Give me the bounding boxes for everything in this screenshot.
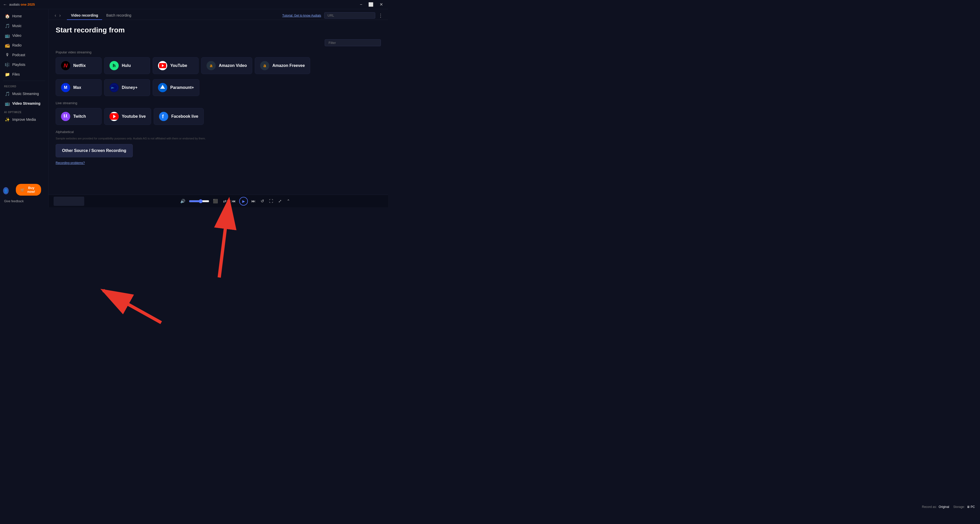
- sidebar-item-playlists[interactable]: 🎼 Playlists: [1, 60, 47, 70]
- top-nav: ‹ › Video recording Batch recording Tuto…: [48, 9, 388, 20]
- service-card-disney[interactable]: D+ Disney+: [104, 79, 150, 96]
- amazon-video-logo: a: [207, 61, 216, 70]
- volume-button[interactable]: 🔊: [179, 197, 187, 205]
- music-streaming-icon: 🎵: [5, 91, 10, 96]
- page-title: Start recording from: [56, 26, 381, 34]
- sidebar-item-radio[interactable]: 📻 Radio: [1, 40, 47, 50]
- service-card-youtube[interactable]: YouTube: [153, 57, 199, 74]
- mini-player: [54, 197, 84, 206]
- playback-controls: 🔊 ⬛ ⇄ ⏮ ▶ ⏭ ↺ ⛶ ⤢ ⌃: [87, 197, 383, 205]
- svg-rect-6: [62, 113, 69, 120]
- popular-services-grid-row2: M Max D+ Disney+: [56, 79, 381, 96]
- nav-back-button[interactable]: ‹: [54, 12, 57, 19]
- service-card-twitch[interactable]: Twitch: [56, 108, 102, 125]
- shuffle-button[interactable]: ⇄: [221, 197, 228, 205]
- improve-icon: ✨: [5, 117, 10, 122]
- service-card-netflix[interactable]: N Netflix: [56, 57, 102, 74]
- other-source-button[interactable]: Other Source / Screen Recording: [56, 144, 133, 157]
- app-title: audials one 2025: [9, 3, 35, 6]
- filter-input[interactable]: [325, 39, 381, 46]
- youtube-live-label: Youtube live: [122, 114, 146, 119]
- amazon-video-label: Amazon Video: [219, 63, 247, 68]
- sidebar-item-label: Home: [12, 14, 22, 18]
- nav-forward-button[interactable]: ›: [58, 12, 62, 19]
- nav-right: Tutorial: Get to know Audials ⋮: [282, 12, 383, 19]
- live-services-grid: Twitch Youtube live: [56, 108, 381, 125]
- service-card-amazon-video[interactable]: a Amazon Video: [201, 57, 252, 74]
- video-icon: 📺: [5, 33, 10, 38]
- screen-button[interactable]: ⛶: [267, 198, 275, 205]
- video-streaming-icon: 📺: [5, 101, 10, 106]
- sidebar-item-label: Playlists: [12, 62, 25, 67]
- music-icon: 🎵: [5, 24, 10, 28]
- close-button[interactable]: ✕: [377, 2, 385, 7]
- buy-icon: 🛒: [21, 188, 24, 192]
- service-card-amazon-freevee[interactable]: a Amazon Freevee: [255, 57, 310, 74]
- paramount-label: Paramount+: [170, 85, 194, 90]
- back-arrow-button[interactable]: ←: [3, 2, 7, 7]
- tab-batch-recording[interactable]: Batch recording: [102, 11, 135, 20]
- youtube-label: YouTube: [170, 63, 187, 68]
- volume-slider[interactable]: [189, 199, 209, 203]
- sidebar-item-video-streaming[interactable]: 📺 Video Streaming: [1, 99, 47, 108]
- tab-video-recording[interactable]: Video recording: [67, 11, 102, 20]
- youtube-logo: [158, 61, 167, 70]
- playlists-icon: 🎼: [5, 62, 10, 67]
- chevron-up-button[interactable]: ⌃: [285, 197, 291, 205]
- repeat-button[interactable]: ↺: [259, 197, 266, 205]
- give-feedback-link[interactable]: Give feedback: [0, 198, 28, 204]
- nav-tabs: Video recording Batch recording: [67, 11, 135, 20]
- record-section-label: RECORD: [0, 83, 48, 89]
- content-area: Start recording from Popular video strea…: [48, 20, 388, 194]
- service-card-paramount[interactable]: Paramount+: [153, 79, 199, 96]
- titlebar-left: ← audials one 2025: [3, 2, 35, 7]
- sidebar-item-label: Podcast: [12, 53, 25, 57]
- sidebar-item-improve-media[interactable]: ✨ Improve Media: [1, 115, 47, 124]
- disney-label: Disney+: [122, 85, 138, 90]
- sidebar-item-podcast[interactable]: 🎙 Podcast: [1, 50, 47, 60]
- svg-rect-7: [64, 115, 65, 117]
- recording-problems-link[interactable]: Recording problems?: [56, 161, 85, 165]
- minimize-button[interactable]: −: [358, 2, 364, 7]
- filter-row: [56, 39, 381, 46]
- buy-now-button[interactable]: 🛒 Buy now!: [16, 184, 41, 196]
- files-icon: 📁: [5, 72, 10, 76]
- alphabetical-section-label: Alphabetical: [56, 130, 381, 134]
- service-card-facebook-live[interactable]: f Facebook live: [154, 108, 204, 125]
- window-controls: − ⬜ ✕: [358, 2, 385, 7]
- tutorial-link[interactable]: Tutorial: Get to know Audials: [282, 14, 321, 18]
- service-card-hulu[interactable]: h Hulu: [104, 57, 150, 74]
- url-input[interactable]: [324, 12, 375, 19]
- service-card-youtube-live[interactable]: Youtube live: [104, 108, 151, 125]
- bottom-bar: 🔊 ⬛ ⇄ ⏮ ▶ ⏭ ↺ ⛶ ⤢ ⌃: [48, 194, 388, 207]
- sidebar-item-home[interactable]: 🏠 Home: [1, 11, 47, 21]
- facebook-logo: f: [159, 112, 168, 121]
- sidebar-item-files[interactable]: 📁 Files: [1, 70, 47, 79]
- prev-button[interactable]: ⏮: [230, 198, 237, 205]
- play-button[interactable]: ▶: [239, 197, 248, 205]
- expand-button[interactable]: ⤢: [277, 197, 283, 205]
- home-icon: 🏠: [5, 14, 10, 18]
- sidebar-item-music[interactable]: 🎵 Music: [1, 21, 47, 31]
- maximize-button[interactable]: ⬜: [366, 2, 375, 7]
- equalizer-button[interactable]: ⬛: [212, 197, 220, 205]
- service-card-max[interactable]: M Max: [56, 79, 102, 96]
- sidebar: 🏠 Home 🎵 Music 📺 Video 📻 Radio 🎙 Podcast…: [0, 9, 48, 207]
- disney-logo: D+: [110, 83, 119, 92]
- app-body: 🏠 Home 🎵 Music 📺 Video 📻 Radio 🎙 Podcast…: [0, 9, 388, 207]
- svg-text:f: f: [162, 114, 164, 119]
- popular-section-label: Popular video streaming: [56, 50, 381, 54]
- amazon-freevee-logo: a: [260, 61, 269, 70]
- sidebar-item-video[interactable]: 📺 Video: [1, 31, 47, 40]
- more-button[interactable]: ⋮: [378, 13, 383, 18]
- user-avatar: 👤: [3, 187, 9, 194]
- sidebar-item-label: Radio: [12, 43, 22, 47]
- amazon-freevee-label: Amazon Freevee: [272, 63, 305, 68]
- next-button[interactable]: ⏭: [250, 198, 257, 205]
- sidebar-item-music-streaming[interactable]: 🎵 Music Streaming: [1, 89, 47, 99]
- sidebar-item-label: Music Streaming: [12, 92, 39, 96]
- hulu-label: Hulu: [122, 63, 131, 68]
- sidebar-bottom: 👤 🛒 Buy now! Give feedback: [0, 181, 48, 205]
- podcast-icon: 🎙: [5, 53, 10, 57]
- popular-services-grid: N Netflix h Hulu YouTube: [56, 57, 381, 74]
